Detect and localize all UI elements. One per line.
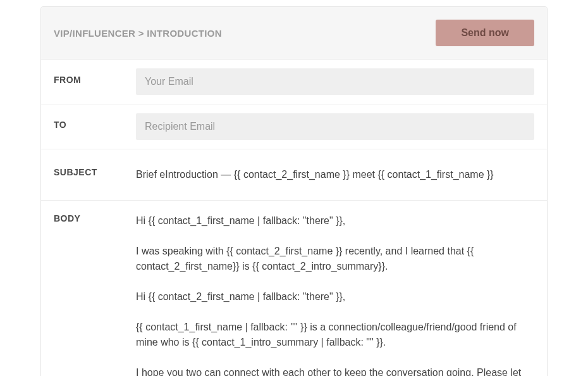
from-label: FROM [54,68,136,85]
to-input[interactable] [136,113,534,140]
body-value[interactable]: Hi {{ contact_1_first_name | fallback: "… [136,210,534,376]
body-label: BODY [54,210,136,223]
from-input[interactable] [136,68,534,95]
subject-row: SUBJECT Brief eIntroduction — {{ contact… [41,149,547,201]
from-row: FROM [41,60,547,104]
breadcrumb: VIP/INFLUENCER > INTRODUCTION [54,28,222,39]
to-label: TO [54,113,136,130]
email-template-card: VIP/INFLUENCER > INTRODUCTION Send now F… [40,6,548,376]
to-row: TO [41,104,547,149]
body-row: BODY Hi {{ contact_1_first_name | fallba… [41,201,547,376]
card-header: VIP/INFLUENCER > INTRODUCTION Send now [41,7,547,60]
subject-value[interactable]: Brief eIntroduction — {{ contact_2_first… [136,162,534,187]
send-now-button[interactable]: Send now [436,20,534,46]
subject-label: SUBJECT [54,162,136,177]
